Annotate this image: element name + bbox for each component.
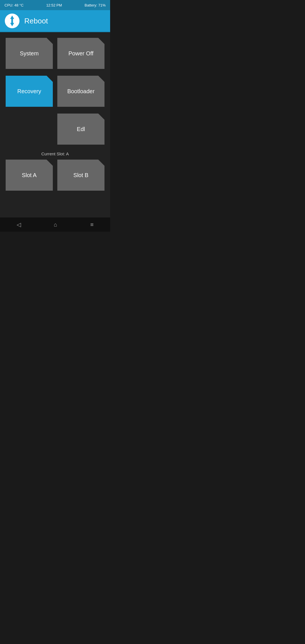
- power-off-button[interactable]: Power Off: [57, 38, 104, 69]
- slot-b-button[interactable]: Slot B: [57, 160, 104, 191]
- slot-a-button[interactable]: Slot A: [6, 160, 53, 191]
- battery-status: Battery: 71%: [85, 3, 106, 7]
- time-status: 12:52 PM: [46, 3, 62, 7]
- empty-placeholder: [6, 114, 53, 145]
- nav-bar: ◁ ⌂ ≡: [0, 217, 110, 232]
- button-row-1: System Power Off: [6, 38, 104, 69]
- edl-button[interactable]: Edl: [57, 114, 104, 145]
- app-header: Reboot: [0, 10, 110, 32]
- recovery-button[interactable]: Recovery: [6, 76, 53, 107]
- home-nav-button[interactable]: ⌂: [51, 219, 60, 231]
- menu-nav-button[interactable]: ≡: [88, 219, 97, 231]
- system-button[interactable]: System: [6, 38, 53, 69]
- button-row-3: Edl: [6, 114, 104, 145]
- main-content: System Power Off Recovery Bootloader Edl…: [0, 32, 110, 217]
- status-bar: CPU: 48 °C 12:52 PM Battery: 71%: [0, 0, 110, 10]
- button-row-2: Recovery Bootloader: [6, 76, 104, 107]
- button-row-4: Slot A Slot B: [6, 160, 104, 191]
- app-title: Reboot: [24, 17, 48, 25]
- current-slot-label: Current Slot: A: [6, 151, 104, 156]
- app-icon: [5, 13, 20, 29]
- bootloader-button[interactable]: Bootloader: [57, 76, 104, 107]
- back-nav-button[interactable]: ◁: [14, 218, 24, 231]
- cpu-status: CPU: 48 °C: [5, 3, 23, 7]
